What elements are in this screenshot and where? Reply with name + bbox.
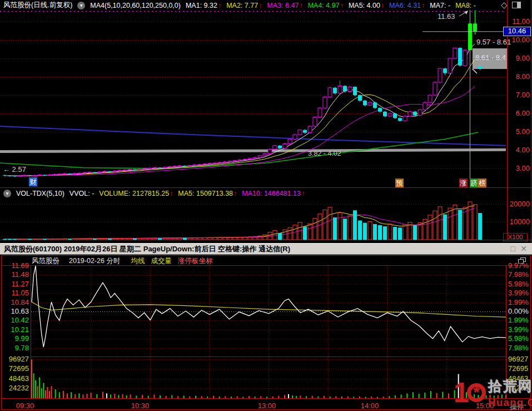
- ma-value: MA4: 4.97↑: [308, 2, 344, 9]
- intraday-pct-label: 5.98%: [508, 334, 532, 343]
- split-window-icon[interactable]: [512, 2, 521, 8]
- intraday-pct-label: 9.97%: [508, 261, 532, 270]
- volume-chart[interactable]: [0, 0, 532, 243]
- watermark-domain: Huang.CN: [488, 397, 532, 409]
- intraday-price-label: 10.84: [2, 298, 29, 306]
- intraday-price-label: 11.69: [2, 261, 29, 270]
- chevron-down-icon[interactable]: ▾: [77, 2, 85, 9]
- chart-tag: 预: [395, 179, 404, 187]
- volume-values: VOL-TDX(5,10)VVOL: -VOLUME: 2127815.25↑M…: [16, 190, 305, 197]
- intraday-price-label: 9.78: [2, 344, 29, 352]
- intraday-volume-label: 96927: [508, 355, 532, 363]
- chevron-down-icon[interactable]: ▾: [3, 190, 11, 197]
- daily-indicator-label: MA4(5,10,20,60,120,250,0,0): [90, 2, 181, 9]
- intraday-chart[interactable]: [2, 256, 531, 410]
- intraday-date-label: 2019-02-26 分时: [69, 256, 120, 266]
- intraday-pct-label: 5.98%: [508, 280, 532, 288]
- intraday-legend: 均线成交量涨停板坐标: [131, 256, 212, 266]
- daily-axis-label: 9.00: [508, 54, 530, 62]
- daily-axis-label: 11.00: [508, 17, 530, 26]
- ma-value: MA7: -: [430, 2, 450, 9]
- chart-tag: 跻: [470, 179, 478, 187]
- ma-value: MA8: -: [455, 2, 476, 9]
- daily-axis-label: 10.00: [508, 36, 530, 44]
- intraday-pct-label: 3.99%: [508, 325, 532, 334]
- time-axis-label: 13:00: [254, 402, 280, 410]
- up-arrow-icon: ↑: [218, 2, 221, 9]
- up-arrow-icon: ↑: [381, 2, 384, 9]
- tdx-app: 风范股份(日线.前复权) ▾ MA4(5,10,20,60,120,250,0,…: [0, 0, 532, 411]
- charts-canvas[interactable]: [0, 0, 532, 411]
- volume-unit-label: X100: [503, 233, 528, 241]
- intraday-volume-label: 48463: [2, 374, 29, 383]
- daily-axis-label: 8.00: [508, 72, 530, 81]
- volume-value: MA5: 1509713.38↑: [178, 190, 237, 197]
- intraday-chart-header: 风范股份 2019-02-26 分时 均线成交量涨停板坐标: [32, 256, 212, 266]
- legend-item[interactable]: 涨停板坐标: [178, 256, 213, 266]
- intraday-price-label: 10.42: [2, 316, 29, 324]
- watermark-site-name: 拾荒网: [488, 377, 532, 395]
- volume-chart-header: ▾ VOL-TDX(5,10)VVOL: -VOLUME: 2127815.25…: [3, 190, 305, 197]
- up-arrow-icon: ↑: [421, 2, 425, 9]
- intraday-volume-label: 96927: [2, 355, 29, 363]
- daily-axis-label: 5.00: [508, 127, 530, 136]
- chart-tag: 财: [29, 177, 37, 186]
- up-arrow-icon: ↑: [299, 2, 302, 9]
- window-titlebar[interactable]: 风范股份(601700) 2019年02月26日 星期二 PageUp/Down…: [0, 243, 532, 255]
- intraday-price-label: 11.05: [2, 289, 29, 297]
- intraday-pct-label: 1.99%: [508, 298, 532, 306]
- ma-value: MA3: 6.47↑: [267, 2, 302, 9]
- window-title: 风范股份(601700) 2019年02月26日 星期二 PageUp/Down…: [4, 245, 290, 253]
- ma-value: MA5: 4.00↑: [349, 2, 384, 9]
- ma-value: MA1: 9.32↑: [186, 2, 221, 9]
- time-axis-label: 14:00: [357, 402, 382, 410]
- daily-chart[interactable]: [0, 10, 507, 187]
- up-arrow-icon: ↑: [340, 2, 344, 9]
- maximize-button[interactable]: □: [511, 244, 515, 254]
- up-arrow-icon: ↑: [301, 190, 305, 197]
- intraday-volume-label: 72695: [2, 364, 29, 373]
- annotation-support-range: 3.82 - 4.02: [308, 150, 341, 157]
- ma-value: MA2: 7.77↑: [226, 2, 262, 9]
- intraday-price-label: 11.27: [2, 280, 29, 288]
- up-arrow-icon: ↑: [258, 2, 262, 9]
- annotation-gap-range-1: 9.57 - 8.61: [476, 38, 511, 46]
- time-axis-label: 10:30: [127, 402, 153, 410]
- volume-value: VOL-TDX(5,10): [16, 190, 64, 197]
- volume-value: VOLUME: 2127815.25↑: [99, 190, 173, 197]
- daily-axis-label: 6.00: [508, 109, 530, 117]
- intraday-volume-label: 24232: [2, 384, 29, 392]
- annotation-low-price: ← 2.57: [3, 165, 26, 174]
- daily-axis-label: 7.00: [508, 91, 530, 99]
- daily-chart-header: 风范股份(日线.前复权) ▾ MA4(5,10,20,60,120,250,0,…: [3, 1, 476, 10]
- intraday-price-label: 10.63: [2, 307, 29, 315]
- gear-icon: *: [467, 383, 486, 402]
- ma-values: MA1: 9.32↑MA2: 7.77↑MA3: 6.47↑MA4: 4.97↑…: [186, 2, 476, 9]
- diamond-icon[interactable]: ◇: [501, 0, 508, 10]
- up-arrow-icon: ↑: [170, 190, 173, 197]
- intraday-stock-name: 风范股份: [32, 256, 59, 266]
- legend-item[interactable]: 成交量: [151, 256, 172, 266]
- daily-chart-title: 风范股份(日线.前复权): [3, 1, 72, 10]
- intraday-price-label: 9.99: [2, 334, 29, 343]
- chart-tag: 涨: [459, 179, 468, 187]
- volume-value: MA10: 1466481.13↑: [242, 190, 305, 197]
- ma-value: MA6: 4.31↑: [389, 2, 425, 9]
- volume-axis-label: 10000: [506, 217, 530, 226]
- crosshair-price-tag: 10.46: [503, 27, 531, 36]
- annotation-peak-price: 11.63: [437, 12, 455, 21]
- intraday-pct-label: 7.98%: [508, 344, 532, 352]
- volume-axis-label: 20000: [506, 200, 530, 208]
- volume-value: VVOL: -: [69, 190, 94, 197]
- up-arrow-icon: ↑: [233, 190, 237, 197]
- intraday-price-label: 11.48: [2, 270, 29, 279]
- intraday-pct-label: 0.00%: [508, 307, 532, 315]
- close-button[interactable]: ✕: [520, 244, 527, 254]
- legend-item[interactable]: 均线: [131, 256, 145, 266]
- daily-axis-label: 4.00: [508, 146, 530, 154]
- intraday-price-label: 10.21: [2, 325, 29, 334]
- intraday-volume-label: 72695: [508, 364, 532, 373]
- chart-tag: 榜: [478, 179, 486, 187]
- daily-axis-label: 3.00: [508, 164, 530, 172]
- watermark: 1 * 拾荒网 Huang.CN: [454, 377, 532, 410]
